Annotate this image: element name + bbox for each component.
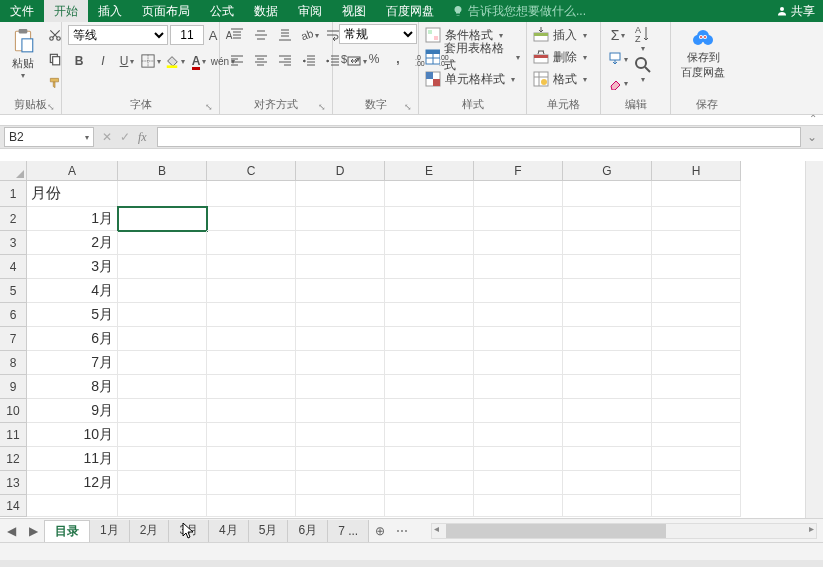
- orientation-button[interactable]: ab▾: [298, 24, 320, 46]
- cell[interactable]: [385, 303, 474, 327]
- column-header[interactable]: D: [296, 161, 385, 181]
- cell[interactable]: [474, 207, 563, 231]
- fill-color-button[interactable]: ▾: [164, 50, 186, 72]
- font-size-input[interactable]: [170, 25, 204, 45]
- collapse-ribbon-icon[interactable]: ⌃: [809, 113, 817, 124]
- table-format-button[interactable]: 套用表格格式▾: [425, 46, 520, 68]
- tab-review[interactable]: 审阅: [288, 0, 332, 22]
- cell[interactable]: [563, 279, 652, 303]
- cell[interactable]: [563, 351, 652, 375]
- column-header[interactable]: E: [385, 161, 474, 181]
- cell[interactable]: [207, 207, 296, 231]
- cell[interactable]: [652, 471, 741, 495]
- cell[interactable]: [385, 447, 474, 471]
- cell[interactable]: [118, 375, 207, 399]
- column-header[interactable]: C: [207, 161, 296, 181]
- sheet-tab[interactable]: 6月: [288, 520, 328, 542]
- cell[interactable]: [296, 255, 385, 279]
- comma-button[interactable]: ,: [387, 48, 409, 70]
- row-header[interactable]: 5: [0, 279, 27, 303]
- cell[interactable]: [118, 255, 207, 279]
- cell[interactable]: [652, 375, 741, 399]
- cell[interactable]: 11月: [27, 447, 118, 471]
- cell[interactable]: [563, 495, 652, 517]
- cancel-formula-icon[interactable]: ✕: [102, 130, 112, 144]
- tab-formulas[interactable]: 公式: [200, 0, 244, 22]
- bold-button[interactable]: B: [68, 50, 90, 72]
- new-sheet-button[interactable]: ⊕: [371, 522, 389, 540]
- cell[interactable]: [563, 471, 652, 495]
- cell[interactable]: [385, 207, 474, 231]
- cell[interactable]: [563, 181, 652, 207]
- name-box[interactable]: B2 ▾: [4, 127, 94, 147]
- cell[interactable]: [118, 327, 207, 351]
- horizontal-scrollbar[interactable]: ◂ ▸: [431, 523, 817, 539]
- align-center-button[interactable]: [250, 50, 272, 72]
- dialog-launcher-icon[interactable]: ⤡: [205, 102, 213, 112]
- cell[interactable]: [652, 279, 741, 303]
- cell[interactable]: [118, 495, 207, 517]
- dialog-launcher-icon[interactable]: ⤡: [318, 102, 326, 112]
- dialog-launcher-icon[interactable]: ⤡: [47, 102, 55, 112]
- expand-formula-icon[interactable]: ⌄: [807, 130, 823, 144]
- cell[interactable]: [118, 279, 207, 303]
- row-header[interactable]: 2: [0, 207, 27, 231]
- cell[interactable]: [474, 303, 563, 327]
- cell[interactable]: [118, 447, 207, 471]
- fill-button[interactable]: ▾: [607, 48, 629, 70]
- cell[interactable]: 2月: [27, 231, 118, 255]
- tab-insert[interactable]: 插入: [88, 0, 132, 22]
- cell[interactable]: [118, 303, 207, 327]
- align-left-button[interactable]: [226, 50, 248, 72]
- cell[interactable]: [296, 231, 385, 255]
- scrollbar-thumb[interactable]: [446, 524, 666, 538]
- tab-baidu[interactable]: 百度网盘: [376, 0, 444, 22]
- cell[interactable]: [385, 399, 474, 423]
- cell[interactable]: [118, 181, 207, 207]
- align-bottom-button[interactable]: [274, 24, 296, 46]
- cell[interactable]: 6月: [27, 327, 118, 351]
- column-header[interactable]: H: [652, 161, 741, 181]
- cell[interactable]: [474, 495, 563, 517]
- cell[interactable]: [563, 231, 652, 255]
- cell[interactable]: 1月: [27, 207, 118, 231]
- cell[interactable]: [652, 351, 741, 375]
- cell[interactable]: [652, 495, 741, 517]
- cell[interactable]: [474, 231, 563, 255]
- cell[interactable]: [207, 231, 296, 255]
- cell[interactable]: [474, 255, 563, 279]
- align-right-button[interactable]: [274, 50, 296, 72]
- font-color-button[interactable]: A▾: [188, 50, 210, 72]
- row-header[interactable]: 10: [0, 399, 27, 423]
- cell[interactable]: [385, 471, 474, 495]
- cell[interactable]: [474, 327, 563, 351]
- save-to-baidu-button[interactable]: 保存到 百度网盘: [677, 24, 729, 82]
- row-header[interactable]: 14: [0, 495, 27, 517]
- cell[interactable]: [385, 255, 474, 279]
- sheet-tab[interactable]: 3月: [169, 520, 209, 542]
- clear-button[interactable]: ▾: [607, 72, 629, 94]
- sort-filter-button[interactable]: AZ▾: [633, 24, 653, 53]
- tell-me-box[interactable]: 告诉我您想要做什么...: [444, 3, 768, 20]
- font-name-select[interactable]: 等线: [68, 25, 168, 45]
- find-select-button[interactable]: ▾: [633, 55, 653, 84]
- cell[interactable]: 5月: [27, 303, 118, 327]
- cell[interactable]: [296, 207, 385, 231]
- align-middle-button[interactable]: [250, 24, 272, 46]
- cell[interactable]: [118, 351, 207, 375]
- cell[interactable]: [385, 181, 474, 207]
- scroll-right-icon[interactable]: ▸: [809, 523, 814, 534]
- currency-button[interactable]: $▾: [339, 48, 361, 70]
- cell[interactable]: [207, 279, 296, 303]
- column-header[interactable]: G: [563, 161, 652, 181]
- tab-data[interactable]: 数据: [244, 0, 288, 22]
- cell[interactable]: [563, 399, 652, 423]
- cell[interactable]: 4月: [27, 279, 118, 303]
- cell[interactable]: [385, 351, 474, 375]
- cell[interactable]: [563, 327, 652, 351]
- cell[interactable]: [296, 303, 385, 327]
- autosum-button[interactable]: Σ▾: [607, 24, 629, 46]
- cell[interactable]: [474, 423, 563, 447]
- share-button[interactable]: 共享: [768, 3, 823, 20]
- cell[interactable]: [118, 207, 207, 231]
